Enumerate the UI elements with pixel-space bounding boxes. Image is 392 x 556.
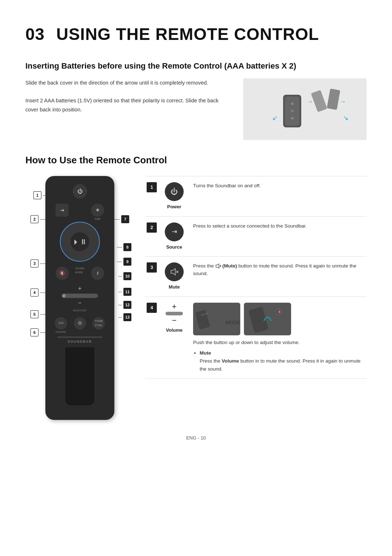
num-label-5: 5 <box>30 310 38 318</box>
num-label-9: 9 <box>123 258 131 266</box>
num-label-11: 11 <box>123 288 131 296</box>
svg-text:⊕: ⊕ <box>291 102 294 106</box>
label-13: 13 <box>118 313 131 321</box>
play-pause-button[interactable]: ⏵⏸ <box>70 232 89 251</box>
ctrl-desc-mute: Press the (Mute) button to mute the soun… <box>189 257 367 297</box>
control-row-power: 1 ⏻ Power Turns the Soundbar on and off. <box>145 176 367 217</box>
ctrl-icon-source: ⇥ Source <box>160 216 189 257</box>
label-9: 9 <box>117 258 131 266</box>
ctrl-num-2: 2 <box>145 216 160 257</box>
label-11: 11 <box>118 288 131 296</box>
soundbar-label: SOUNDBAR <box>52 339 108 344</box>
svg-text:⊕: ⊕ <box>291 116 294 120</box>
page-title: 03 USING THE REMOTE CONTROL <box>25 22 367 47</box>
svg-text:⊖: ⊖ <box>291 109 294 113</box>
ctrl-num-3: 3 <box>145 257 160 297</box>
battery-diagram: ⊕ ⊖ ⊕ → → ↙ ↘ <box>243 78 367 140</box>
vol-bar <box>166 312 183 315</box>
chapter-title-text: USING THE REMOTE CONTROL <box>56 25 319 44</box>
svg-text:→: → <box>307 98 313 105</box>
vol-bullet-list: Mute Press the Volume button in to mute … <box>193 349 364 373</box>
mute-label: Mute <box>163 283 185 291</box>
battery-text-2: Insert 2 AAA batteries (1.5V) oriented s… <box>25 96 229 114</box>
volume-control[interactable]: + − WOOFER <box>60 284 100 313</box>
svg-rect-17 <box>195 310 210 330</box>
info-button[interactable]: i <box>91 267 104 280</box>
battery-section: Slide the back cover in the direction of… <box>25 78 367 140</box>
vol-img-2: 🔇 <box>244 303 291 335</box>
remote-diagram: 1 2 3 4 5 6 7 8 <box>25 176 134 420</box>
num-label-1: 1 <box>33 191 41 199</box>
power-label: Power <box>163 203 185 210</box>
ctrl-desc-source: Press to select a source connected to th… <box>189 216 367 257</box>
ctrl-desc-volume: SOUNDMODE 🔇 <box>189 297 367 379</box>
num-label-6: 6 <box>30 328 38 336</box>
num-label-2: 2 <box>30 215 38 223</box>
vol-plus-icon: + <box>172 303 177 311</box>
power-button[interactable]: ⏻ <box>73 184 87 199</box>
bottom-bar <box>57 336 102 338</box>
label-8: 8 <box>117 243 131 251</box>
ch-level-button[interactable]: CH CHLEVEL <box>55 317 67 334</box>
num-label-12: 12 <box>123 301 131 309</box>
svg-rect-18 <box>210 310 222 328</box>
label-7: 7 <box>113 215 129 223</box>
vol-desc-text: Push the button up or down to adjust the… <box>193 339 364 347</box>
chapter-number: 03 <box>25 25 45 44</box>
ctrl-icon-volume: + − Volume <box>160 297 189 379</box>
svg-rect-5 <box>311 90 327 112</box>
svg-rect-20 <box>248 306 268 333</box>
control-row-mute: 3 Mute Press the <box>145 257 367 297</box>
svg-marker-14 <box>216 264 219 268</box>
volume-illustrations: SOUNDMODE 🔇 <box>193 303 364 335</box>
main-layout: 1 2 3 4 5 6 7 8 <box>25 176 367 420</box>
label-4: 4 <box>30 289 47 297</box>
mute-bold: (Mute) <box>222 263 237 269</box>
label-2: 2 <box>30 215 47 223</box>
label-3: 3 <box>30 259 47 267</box>
control-row-source: 2 ⇥ Source Press to select a source conn… <box>145 216 367 257</box>
soundbar-body <box>65 347 94 405</box>
label-12: 12 <box>118 301 131 309</box>
control-row-volume: 4 + − Volume SOUNDMODE <box>145 297 367 379</box>
svg-text:→: → <box>339 98 346 105</box>
battery-text-1: Slide the back cover in the direction of… <box>25 78 229 87</box>
svg-marker-11 <box>171 269 175 275</box>
num-label-7: 7 <box>121 215 129 223</box>
nav-ring[interactable]: ⏵⏸ <box>60 222 100 262</box>
source-button[interactable]: ⇥ <box>56 204 69 217</box>
num-label-4: 4 <box>30 289 38 297</box>
svg-text:↘: ↘ <box>343 114 348 122</box>
label-6: 6 <box>30 328 47 336</box>
how-section-title: How to Use the Remote Control <box>25 153 367 167</box>
battery-instructions: Slide the back cover in the direction of… <box>25 78 229 114</box>
mute-button[interactable]: 🔇 <box>56 267 69 280</box>
vol-minus-icon: − <box>172 316 177 324</box>
controls-table: 1 ⏻ Power Turns the Soundbar on and off.… <box>145 176 367 379</box>
svg-rect-6 <box>327 89 340 110</box>
ctrl-num-4: 4 <box>145 297 160 379</box>
num-label-10: 10 <box>123 272 131 280</box>
battery-section-title: Inserting Batteries before using the Rem… <box>25 60 367 72</box>
label-5: 5 <box>30 310 47 318</box>
label-10: 10 <box>118 272 131 280</box>
remote-body: ⏻ ⇥ ✱ PAIR ⏵⏸ <box>45 176 114 420</box>
num-label-8: 8 <box>123 243 131 251</box>
ctrl-num-1: 1 <box>145 176 160 217</box>
vol-img-1: SOUNDMODE <box>193 303 240 335</box>
tone-control-button[interactable]: TONECTRL <box>93 317 105 334</box>
svg-text:↙: ↙ <box>272 114 278 122</box>
svg-text:🔇: 🔇 <box>277 310 281 314</box>
ctrl-desc-power: Turns the Soundbar on and off. <box>189 176 367 217</box>
vol-bullet-mute: Mute Press the Volume button in to mute … <box>200 349 364 373</box>
ctrl-icon-power: ⏻ Power <box>160 176 189 217</box>
settings-button[interactable]: ⚙ <box>74 317 86 334</box>
volume-label: Volume <box>163 327 185 334</box>
source-label: Source <box>163 244 185 251</box>
num-label-13: 13 <box>123 313 131 321</box>
num-label-3: 3 <box>30 259 38 267</box>
bt-pair-button[interactable]: ✱ PAIR <box>91 204 104 217</box>
ctrl-icon-mute: Mute <box>160 257 189 297</box>
page-footer: ENG - 10 <box>25 434 367 442</box>
